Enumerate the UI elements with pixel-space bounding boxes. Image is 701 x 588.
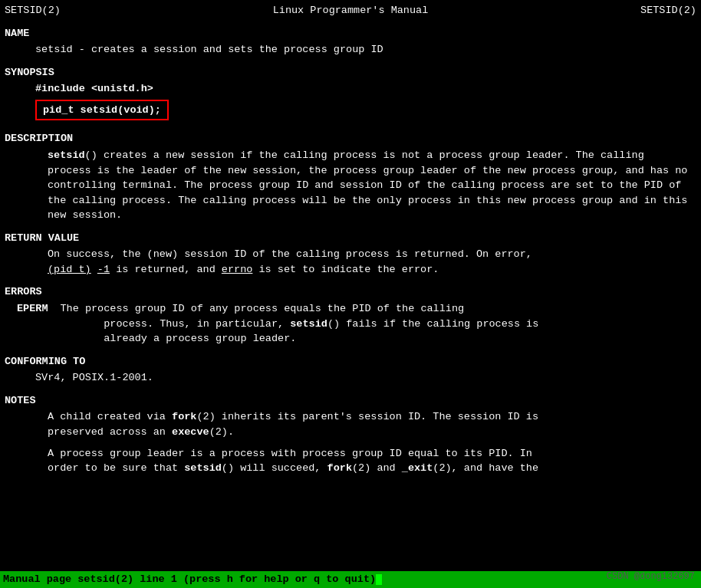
- errors-title: ERRORS: [5, 284, 696, 300]
- synopsis-include: #include <unistd.h>: [5, 81, 696, 97]
- name-content: setsid - creates a session and sets the …: [5, 42, 696, 57]
- name-title: NAME: [5, 26, 696, 41]
- notes-title: NOTES: [5, 393, 696, 409]
- notes-section: NOTES A child created via fork(2) inheri…: [5, 393, 696, 476]
- return-value-content: On success, the (new) session ID of the …: [5, 247, 696, 277]
- watermark: CSDN @dong132697: [607, 570, 695, 583]
- cursor: [376, 574, 382, 585]
- execve-ref: execve: [172, 426, 209, 438]
- fork-ref2: fork: [327, 462, 352, 474]
- setsid-ref-desc: setsid: [48, 149, 85, 161]
- eperm-label: EPERM: [17, 301, 48, 347]
- notes-para1: A child created via fork(2) inherits its…: [5, 409, 696, 439]
- neg1-ref: -1: [97, 264, 110, 275]
- errno-ref: errno: [222, 264, 253, 275]
- notes-para2: A process group leader is a process with…: [5, 446, 696, 476]
- synopsis-section: SYNOPSIS #include <unistd.h> pid_t setsi…: [5, 65, 696, 124]
- return-value-title: RETURN VALUE: [5, 231, 696, 246]
- conforming-to-content: SVr4, POSIX.1-2001.: [5, 370, 696, 386]
- header-center: Linux Programmer's Manual: [273, 3, 429, 18]
- fork-ref1: fork: [172, 411, 196, 422]
- synopsis-signature-wrapper: pid_t setsid(void);: [5, 100, 696, 124]
- return-value-section: RETURN VALUE On success, the (new) sessi…: [5, 231, 696, 278]
- terminal-window: SETSID(2) Linux Programmer's Manual SETS…: [0, 0, 701, 588]
- header-left: SETSID(2): [5, 3, 61, 18]
- name-section: NAME setsid - creates a session and sets…: [5, 26, 696, 57]
- eperm-content: The process group ID of any process equa…: [61, 301, 539, 347]
- pid-t-ref: (pid_t): [48, 264, 91, 275]
- exit-ref: _exit: [402, 462, 433, 474]
- bottom-status-bar: Manual page setsid(2) line 1 (press h fo…: [0, 571, 701, 588]
- synopsis-title: SYNOPSIS: [5, 65, 696, 80]
- setsid-bold-errors: setsid: [290, 318, 327, 330]
- header-right: SETSID(2): [640, 3, 696, 18]
- conforming-to-title: CONFORMING TO: [5, 354, 696, 370]
- manual-header: SETSID(2) Linux Programmer's Manual SETS…: [5, 3, 696, 18]
- eperm-row: EPERM The process group ID of any proces…: [5, 301, 696, 347]
- conforming-to-section: CONFORMING TO SVr4, POSIX.1-2001.: [5, 354, 696, 386]
- synopsis-box: pid_t setsid(void);: [35, 100, 169, 121]
- setsid-ref2: setsid: [184, 462, 222, 474]
- bottom-bar-text: Manual page setsid(2) line 1 (press h fo…: [3, 572, 376, 587]
- errors-section: ERRORS EPERM The process group ID of any…: [5, 284, 696, 346]
- description-text1: () creates a new session if the calling …: [48, 149, 687, 221]
- description-content: setsid() creates a new session if the ca…: [5, 148, 696, 223]
- description-section: DESCRIPTION setsid() creates a new sessi…: [5, 131, 696, 222]
- description-title: DESCRIPTION: [5, 131, 696, 146]
- synopsis-signature: pid_t setsid(void);: [43, 104, 161, 116]
